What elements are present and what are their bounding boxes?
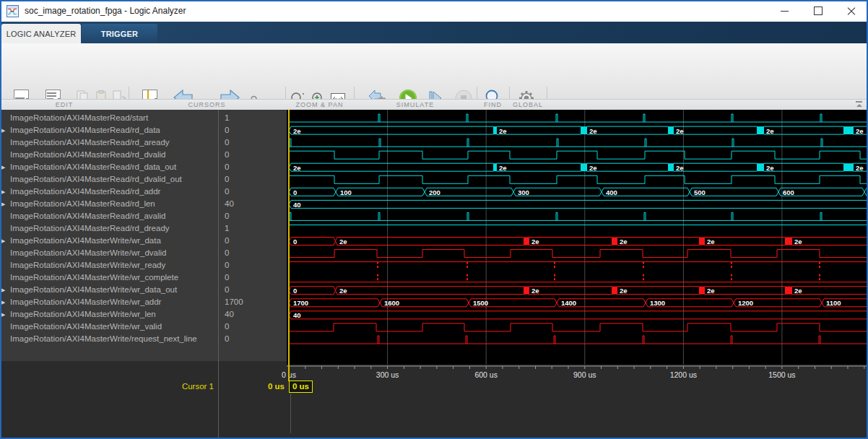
ribbon-tab-strip: LOGIC ANALYZER TRIGGER ? — [0, 22, 868, 43]
signal-value: 0 — [219, 186, 287, 198]
ribbon-toolbar: Add Divider Add Group Add Curs — [0, 43, 868, 99]
svg-text:40: 40 — [293, 311, 301, 319]
expand-arrow-icon[interactable]: ▶ — [1, 284, 5, 296]
signal-row[interactable]: ▶ImageRotation/AXI4MasterRead/rd_addr — [0, 186, 218, 198]
collapse-ribbon-icon[interactable] — [855, 101, 863, 108]
signal-row[interactable]: ▶ImageRotation/AXI4MasterWrite/wr_data_o… — [0, 284, 218, 296]
signal-name: ImageRotation/AXI4MasterRead/rd_avalid — [10, 212, 165, 220]
section-label-edit: EDIT — [0, 101, 129, 108]
signal-name: ImageRotation/AXI4MasterWrite/wr_ready — [10, 261, 165, 269]
signal-value: 0 — [219, 259, 287, 271]
signal-row[interactable]: ImageRotation/AXI4MasterRead/rd_avalid — [0, 210, 218, 222]
signal-value: 0 — [219, 284, 287, 296]
signal-name: ImageRotation/AXI4MasterRead/rd_aready — [10, 138, 170, 147]
svg-text:1200: 1200 — [738, 299, 753, 307]
svg-text:1700: 1700 — [293, 299, 308, 307]
ribbon-section-labels: EDIT CURSORS ZOOM & PAN SIMULATE FIND GL… — [0, 99, 868, 110]
expand-arrow-icon[interactable]: ▶ — [1, 186, 5, 198]
signal-row[interactable]: ImageRotation/AXI4MasterRead/rd_dvalid — [0, 149, 218, 161]
svg-text:1600: 1600 — [384, 299, 399, 307]
svg-text:500: 500 — [694, 188, 706, 196]
signal-row[interactable]: ▶ImageRotation/AXI4MasterWrite/wr_len — [0, 308, 218, 321]
time-cursor-line[interactable] — [288, 110, 290, 381]
title-bar: soc_image_rotation_fpga - Logic Analyzer — [0, 0, 868, 22]
svg-text:2e: 2e — [856, 127, 864, 135]
signal-name: ImageRotation/AXI4MasterRead/rd_dvalid — [10, 150, 165, 159]
maximize-button[interactable] — [802, 0, 834, 22]
svg-text:400: 400 — [606, 188, 617, 196]
section-label-cursors: CURSORS — [129, 101, 285, 108]
expand-arrow-icon[interactable]: ▶ — [1, 161, 5, 173]
expand-arrow-icon[interactable]: ▶ — [1, 308, 5, 321]
signal-value: 40 — [219, 198, 287, 210]
signal-row[interactable]: ▶ImageRotation/AXI4MasterRead/rd_data_ou… — [0, 161, 218, 173]
svg-text:2e: 2e — [531, 287, 539, 295]
svg-text:300: 300 — [518, 188, 529, 196]
signal-row[interactable]: ImageRotation/AXI4MasterRead/rd_dvalid_o… — [0, 173, 218, 186]
signal-name: ImageRotation/AXI4MasterRead/rd_dready — [10, 224, 170, 232]
signal-row[interactable]: ImageRotation/AXI4MasterWrite/wr_complet… — [0, 271, 218, 284]
signal-name: ImageRotation/AXI4MasterRead/rd_addr — [10, 187, 160, 196]
signal-name-panel: ImageRotation/AXI4MasterRead/start▶Image… — [0, 110, 218, 361]
bottom-panel — [0, 361, 868, 438]
expand-arrow-icon[interactable]: ▶ — [1, 296, 5, 308]
signal-name: ImageRotation/AXI4MasterWrite/wr_len — [10, 310, 156, 318]
section-label-zoom-pan: ZOOM & PAN — [285, 101, 354, 108]
close-icon — [846, 6, 856, 16]
svg-text:2e: 2e — [499, 164, 507, 172]
svg-text:1500: 1500 — [473, 299, 488, 307]
tab-trigger[interactable]: TRIGGER — [82, 24, 157, 43]
signal-name: ImageRotation/AXI4MasterRead/rd_data — [10, 126, 160, 134]
axis-tick-label: 1500 us — [768, 370, 795, 379]
section-label-find: FIND — [477, 101, 509, 108]
signal-row[interactable]: ImageRotation/AXI4MasterWrite/wr_ready — [0, 259, 218, 271]
close-button[interactable] — [835, 0, 867, 22]
svg-text:2e: 2e — [589, 164, 597, 172]
signal-value: 0 — [219, 173, 287, 186]
signal-row[interactable]: ▶ImageRotation/AXI4MasterRead/rd_len — [0, 198, 218, 210]
expand-arrow-icon[interactable]: ▶ — [1, 124, 5, 136]
svg-text:0: 0 — [293, 188, 297, 196]
signal-name: ImageRotation/AXI4MasterWrite/wr_data_ou… — [10, 285, 177, 294]
signal-row[interactable]: ▶ImageRotation/AXI4MasterWrite/wr_data — [0, 235, 218, 247]
svg-text:2e: 2e — [589, 127, 597, 135]
signal-value: 0 — [219, 210, 287, 222]
section-label-simulate: SIMULATE — [354, 101, 477, 108]
signal-value: 0 — [219, 235, 287, 247]
signal-row[interactable]: ImageRotation/AXI4MasterWrite/request_ne… — [0, 333, 218, 345]
tab-logic-analyzer[interactable]: LOGIC ANALYZER — [1, 24, 81, 43]
svg-text:2e: 2e — [293, 127, 301, 135]
signal-row[interactable]: ImageRotation/AXI4MasterRead/start — [0, 112, 218, 124]
panel-divider[interactable] — [218, 110, 219, 438]
svg-text:1400: 1400 — [561, 299, 576, 307]
svg-text:200: 200 — [429, 188, 440, 196]
expand-arrow-icon[interactable]: ▶ — [1, 198, 5, 210]
signal-name: ImageRotation/AXI4MasterWrite/wr_valid — [10, 322, 162, 331]
svg-text:2e: 2e — [794, 287, 802, 295]
signal-value: 0 — [219, 247, 287, 259]
signal-value: 0 — [219, 333, 287, 345]
signal-row[interactable]: ImageRotation/AXI4MasterRead/rd_aready — [0, 136, 218, 149]
cursor-time-box[interactable]: 0 us — [289, 381, 313, 393]
maximize-icon — [814, 6, 823, 15]
app-icon — [6, 5, 19, 17]
svg-text:2e: 2e — [499, 127, 507, 135]
svg-text:0: 0 — [293, 238, 297, 245]
waveform-area[interactable]: 2e2e2e2e2e2e2e2e2e2e2e2e0100200300400500… — [287, 110, 868, 365]
signal-name-list: ImageRotation/AXI4MasterRead/start▶Image… — [0, 110, 218, 345]
svg-text:40: 40 — [293, 201, 301, 209]
svg-text:2e: 2e — [707, 238, 715, 245]
svg-text:2e: 2e — [707, 287, 715, 295]
signal-row[interactable]: ImageRotation/AXI4MasterWrite/wr_valid — [0, 321, 218, 333]
signal-row[interactable]: ▶ImageRotation/AXI4MasterWrite/wr_addr — [0, 296, 218, 308]
svg-text:1100: 1100 — [826, 299, 841, 307]
axis-tick-label: 1200 us — [670, 370, 697, 379]
svg-text:1300: 1300 — [650, 299, 665, 307]
signal-row[interactable]: ImageRotation/AXI4MasterWrite/wr_dvalid — [0, 247, 218, 259]
cursor-name-label: Cursor 1 — [108, 382, 214, 391]
expand-arrow-icon[interactable]: ▶ — [1, 235, 5, 247]
signal-row[interactable]: ImageRotation/AXI4MasterRead/rd_dready — [0, 222, 218, 235]
minimize-button[interactable] — [768, 0, 801, 22]
signal-value-panel: 100000040010000017004000 — [219, 110, 287, 361]
signal-row[interactable]: ▶ImageRotation/AXI4MasterRead/rd_data — [0, 124, 218, 136]
